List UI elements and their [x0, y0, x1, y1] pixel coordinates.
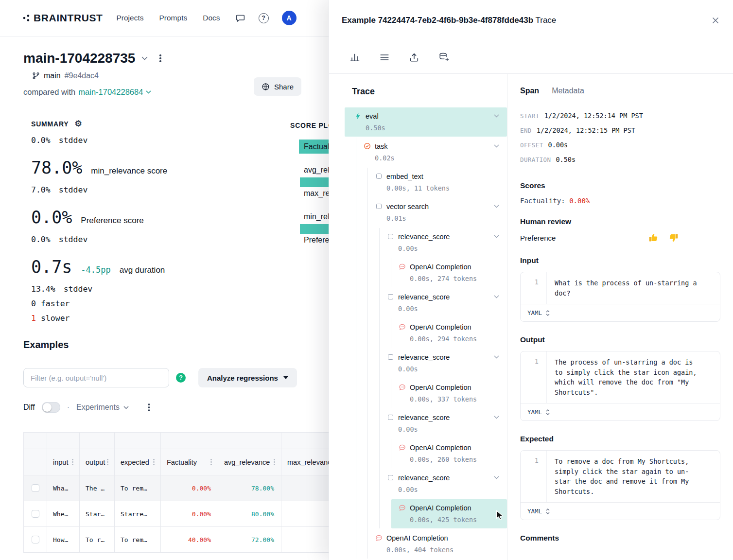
- trace-node-row: eval: [354, 110, 499, 122]
- table-row[interactable]: Wha…The …To rem…0.00%78.00%: [24, 475, 349, 501]
- nav-item-projects[interactable]: Projects: [117, 14, 144, 22]
- trace-node-row: relevance_score: [386, 230, 499, 243]
- nav-item-prompts[interactable]: Prompts: [159, 14, 188, 22]
- trace-node-eval[interactable]: eval0.50s: [345, 107, 507, 137]
- column-header-output[interactable]: output: [80, 449, 115, 475]
- trace-node-task[interactable]: task0.02s: [356, 138, 507, 167]
- trace-node-openai-completion[interactable]: OpenAI Completion0.00s, 274 tokens: [391, 258, 507, 287]
- trace-node-openai-completion[interactable]: OpenAI Completion0.00s, 425 tokens: [391, 499, 507, 528]
- share-button[interactable]: Share: [254, 77, 301, 96]
- table-strip-cell: [47, 433, 80, 449]
- chart-icon[interactable]: [349, 52, 360, 63]
- trace-panel-header: Example 74224474-7eb2-4f6b-9b3e-4f878fdd…: [329, 0, 733, 41]
- table-header-checkbox-cell: [24, 449, 47, 475]
- gear-icon[interactable]: ⚙: [74, 120, 82, 128]
- cell-output: Star…: [80, 501, 115, 527]
- column-menu-icon[interactable]: [72, 459, 73, 466]
- chevron-down-icon[interactable]: [494, 355, 499, 359]
- input-heading: Input: [520, 256, 720, 265]
- expected-format-select[interactable]: YAML: [521, 502, 720, 520]
- trace-node-relevance-score[interactable]: relevance_score0.00s: [380, 469, 507, 498]
- chevron-down-icon[interactable]: [494, 144, 499, 148]
- compared-with-link[interactable]: main-1704228684: [78, 88, 151, 97]
- thumbs-down-icon[interactable]: [669, 233, 679, 243]
- preference-label: Preference: [520, 234, 556, 242]
- input-format-select[interactable]: YAML: [521, 304, 720, 321]
- trace-node-openai-completion[interactable]: OpenAI Completion0.00s, 337 tokens: [391, 379, 507, 408]
- cell-factuality: 0.00%: [161, 501, 218, 527]
- chevron-down-icon[interactable]: [494, 235, 499, 238]
- table-group-row: [24, 433, 349, 449]
- trace-node-relevance-score[interactable]: relevance_score0.00s: [380, 349, 507, 378]
- rows-icon[interactable]: [379, 52, 390, 63]
- chevron-down-icon[interactable]: [494, 295, 499, 298]
- chevron-down-icon[interactable]: [494, 416, 499, 419]
- examples-heading: Examples: [23, 339, 354, 350]
- filter-input[interactable]: [23, 368, 169, 387]
- chevron-down-icon[interactable]: [494, 205, 499, 208]
- metadata-row: DURATION0.50s: [520, 152, 720, 167]
- trace-node-row: task: [363, 140, 499, 152]
- feedback-icon[interactable]: [235, 13, 245, 23]
- dataset-add-icon[interactable]: [438, 52, 449, 63]
- bubble-icon: [375, 534, 383, 542]
- nav-item-docs[interactable]: Docs: [203, 14, 220, 22]
- column-menu-icon[interactable]: [153, 459, 155, 466]
- avatar[interactable]: A: [282, 11, 297, 25]
- box-icon: [386, 233, 394, 241]
- task-icon: [363, 142, 371, 150]
- row-checkbox[interactable]: [32, 510, 39, 518]
- thumbs-up-icon[interactable]: [648, 233, 658, 243]
- cell-factuality: 40.00%: [161, 527, 218, 553]
- row-checkbox[interactable]: [32, 536, 39, 543]
- close-icon[interactable]: [711, 16, 720, 25]
- output-format-select[interactable]: YAML: [521, 403, 720, 420]
- column-header-expected[interactable]: expected: [115, 449, 161, 475]
- table-row[interactable]: Whe…Star…Starre…0.00%80.00%: [24, 501, 349, 527]
- nav-icons: ? A: [235, 11, 297, 25]
- trace-node-relevance-score[interactable]: relevance_score0.00s: [380, 228, 507, 257]
- analyze-regressions-button[interactable]: Analyze regressions: [198, 368, 297, 387]
- trace-children: embed_text0.00s, 11 tokensvector search0…: [367, 168, 507, 559]
- box-icon: [386, 474, 394, 482]
- examples-table: inputoutputexpectedFactualityavg_relevan…: [23, 432, 349, 553]
- trace-node-openai-completion[interactable]: OpenAI Completion0.00s, 260 tokens: [391, 439, 507, 468]
- braintrust-logo[interactable]: BRAINTRUST: [23, 12, 103, 24]
- title-menu-button[interactable]: [159, 54, 161, 62]
- experiments-dropdown[interactable]: Experiments: [76, 403, 129, 412]
- export-icon[interactable]: [409, 52, 419, 63]
- page-heading: main-1704228735: [23, 51, 161, 66]
- metadata-label: END: [520, 127, 532, 134]
- trace-node: relevance_score0.00sOpenAI Completion0.0…: [380, 469, 507, 528]
- trace-node-duration: 0.00s, 404 tokens: [386, 544, 499, 556]
- column-menu-icon[interactable]: [210, 459, 212, 466]
- column-header-input[interactable]: input: [47, 449, 80, 475]
- row-checkbox[interactable]: [32, 484, 39, 492]
- trace-node-embed-text[interactable]: embed_text0.00s, 11 tokens: [368, 168, 507, 197]
- chevron-down-icon[interactable]: [494, 476, 499, 479]
- trace-node-openai-completion[interactable]: OpenAI Completion0.00s, 294 tokens: [391, 318, 507, 348]
- help-icon[interactable]: ?: [259, 13, 269, 23]
- metadata-label: DURATION: [520, 156, 551, 163]
- trace-node-duration: 0.00s, 294 tokens: [410, 333, 499, 345]
- bubble-icon: [398, 323, 406, 331]
- trace-node-openai-completion[interactable]: OpenAI Completion0.00s, 404 tokens: [368, 529, 507, 559]
- trace-node-vector-search[interactable]: vector search0.01s: [368, 198, 507, 227]
- title-chevron-down-icon[interactable]: [141, 56, 148, 60]
- column-header-avg_relevance[interactable]: avg_relevance: [218, 449, 281, 475]
- table-row[interactable]: How…To r…To rem…40.00%72.00%: [24, 527, 349, 553]
- metadata-row: OFFSET0.00s: [520, 138, 720, 152]
- column-menu-icon[interactable]: [274, 459, 275, 466]
- tab-span[interactable]: Span: [520, 87, 539, 95]
- column-menu-icon[interactable]: [107, 459, 108, 466]
- chevron-down-icon[interactable]: [494, 114, 499, 118]
- table-menu-button[interactable]: [148, 403, 150, 411]
- filter-help-icon[interactable]: ?: [176, 373, 186, 383]
- column-header-factuality[interactable]: Factuality: [161, 449, 218, 475]
- trace-node-relevance-score[interactable]: relevance_score0.00s: [380, 288, 507, 317]
- tab-metadata[interactable]: Metadata: [552, 87, 584, 95]
- box-icon: [386, 353, 394, 361]
- diff-toggle[interactable]: [42, 402, 60, 413]
- cell-factuality: 0.00%: [161, 475, 218, 501]
- trace-node-relevance-score[interactable]: relevance_score0.00s: [380, 409, 507, 438]
